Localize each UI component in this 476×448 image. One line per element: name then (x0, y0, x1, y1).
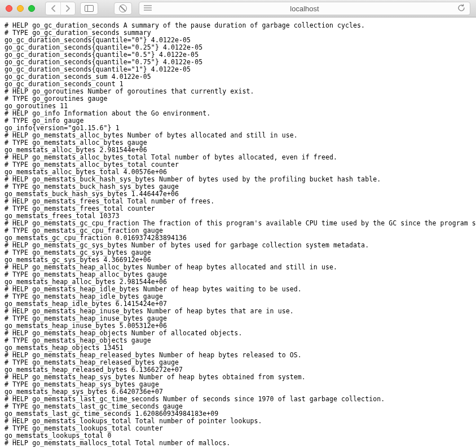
back-button[interactable] (46, 2, 60, 15)
sidebar-toggle-button[interactable] (80, 2, 98, 15)
nosign-icon (119, 5, 127, 12)
url-text: localhost (290, 5, 319, 13)
forward-button[interactable] (60, 2, 75, 15)
page-content: # HELP go_gc_duration_seconds A summary … (0, 17, 476, 448)
browser-toolbar: localhost (0, 0, 476, 17)
address-bar[interactable]: localhost (139, 2, 470, 15)
privacy-report-button[interactable] (114, 2, 132, 15)
close-window-button[interactable] (6, 5, 12, 12)
sidebar-icon (85, 5, 94, 12)
minimize-window-button[interactable] (17, 5, 24, 12)
maximize-window-button[interactable] (28, 5, 35, 12)
window-controls (6, 5, 35, 12)
reader-icon (144, 5, 152, 13)
reload-button[interactable] (457, 4, 465, 14)
navigation-buttons (45, 2, 76, 15)
